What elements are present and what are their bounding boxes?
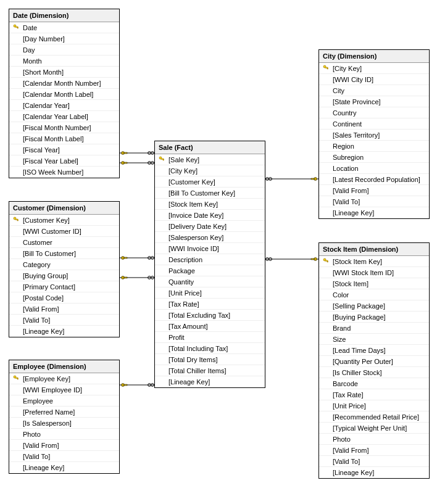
table-row[interactable]: [Fiscal Month Number] bbox=[9, 122, 119, 133]
table-row[interactable]: [Valid From] bbox=[319, 445, 429, 456]
table-row[interactable]: [City Key] bbox=[155, 165, 265, 176]
table-row[interactable]: Continent bbox=[319, 118, 429, 130]
table-row[interactable]: [City Key] bbox=[319, 63, 429, 74]
table-row[interactable]: Color bbox=[319, 289, 429, 300]
table-row[interactable]: Date bbox=[9, 22, 119, 33]
column-name: [Unit Price] bbox=[166, 289, 202, 297]
table-row[interactable]: [Quantity Per Outer] bbox=[319, 356, 429, 367]
table-row[interactable]: [Valid To] bbox=[319, 456, 429, 467]
table-row[interactable]: [WWI Employee ID] bbox=[9, 384, 119, 395]
table-row[interactable]: [Lineage Key] bbox=[319, 207, 429, 218]
table-row[interactable]: [Total Excluding Tax] bbox=[155, 310, 265, 321]
table-row[interactable]: [Valid From] bbox=[9, 304, 119, 315]
table-row[interactable]: [Lineage Key] bbox=[9, 326, 119, 337]
table-row[interactable]: [Buying Package] bbox=[319, 312, 429, 323]
table-row[interactable]: [Calendar Year Label] bbox=[9, 111, 119, 122]
table-row[interactable]: [Calendar Month Label] bbox=[9, 89, 119, 100]
table-row[interactable]: [Day Number] bbox=[9, 33, 119, 44]
table-row[interactable]: [Unit Price] bbox=[155, 287, 265, 299]
column-name: [WWI Stock Item ID] bbox=[330, 269, 394, 276]
table-row[interactable]: Size bbox=[319, 334, 429, 345]
table-row[interactable]: [Is Chiller Stock] bbox=[319, 367, 429, 378]
table-row[interactable]: [Bill To Customer Key] bbox=[155, 188, 265, 199]
table-row[interactable]: [Fiscal Year] bbox=[9, 144, 119, 155]
table-row[interactable]: [Sale Key] bbox=[155, 154, 265, 165]
table-row[interactable]: [Fiscal Year Label] bbox=[9, 155, 119, 167]
table-row[interactable]: [Sales Territory] bbox=[319, 130, 429, 141]
table-row[interactable]: [Stock Item] bbox=[319, 278, 429, 289]
table-city[interactable]: City (Dimension)[City Key][WWI City ID]C… bbox=[318, 49, 430, 219]
table-row[interactable]: Region bbox=[319, 141, 429, 152]
table-row[interactable]: Location bbox=[319, 163, 429, 174]
table-row[interactable]: [ISO Week Number] bbox=[9, 167, 119, 178]
table-row[interactable]: [Lineage Key] bbox=[319, 467, 429, 478]
table-row[interactable]: [WWI Stock Item ID] bbox=[319, 267, 429, 278]
table-row[interactable]: [Selling Package] bbox=[319, 300, 429, 312]
table-row[interactable]: Day bbox=[9, 44, 119, 56]
table-row[interactable]: Photo bbox=[9, 429, 119, 440]
table-row[interactable]: [Tax Rate] bbox=[155, 299, 265, 310]
table-row[interactable]: [Unit Price] bbox=[319, 400, 429, 411]
column-name: Photo bbox=[330, 436, 351, 443]
table-row[interactable]: [Valid To] bbox=[9, 451, 119, 462]
table-row[interactable]: [Is Salesperson] bbox=[9, 418, 119, 429]
table-row[interactable]: [Typical Weight Per Unit] bbox=[319, 423, 429, 434]
table-row[interactable]: [Primary Contact] bbox=[9, 281, 119, 292]
table-row[interactable]: [Invoice Date Key] bbox=[155, 210, 265, 221]
table-row[interactable]: Country bbox=[319, 107, 429, 118]
table-row[interactable]: Brand bbox=[319, 323, 429, 334]
column-name: Profit bbox=[166, 334, 185, 341]
column-name: [Employee Key] bbox=[20, 375, 70, 382]
table-row[interactable]: Month bbox=[9, 56, 119, 67]
table-row[interactable]: [Tax Rate] bbox=[319, 389, 429, 400]
table-row[interactable]: [Total Chiller Items] bbox=[155, 365, 265, 376]
table-row[interactable]: [WWI City ID] bbox=[319, 74, 429, 85]
table-row[interactable]: [Lineage Key] bbox=[155, 376, 265, 387]
table-row[interactable]: [State Province] bbox=[319, 96, 429, 107]
table-row[interactable]: [Customer Key] bbox=[155, 176, 265, 188]
table-row[interactable]: [Total Dry Items] bbox=[155, 354, 265, 365]
table-row[interactable]: [Stock Item Key] bbox=[155, 199, 265, 210]
table-row[interactable]: Photo bbox=[319, 434, 429, 445]
table-row[interactable]: [WWI Invoice ID] bbox=[155, 243, 265, 254]
table-row[interactable]: [Latest Recorded Population] bbox=[319, 174, 429, 185]
table-row[interactable]: [Calendar Month Number] bbox=[9, 78, 119, 89]
table-row[interactable]: [Recommended Retail Price] bbox=[319, 411, 429, 423]
table-date[interactable]: Date (Dimension)Date[Day Number]DayMonth… bbox=[9, 9, 120, 178]
table-row[interactable]: [Buying Group] bbox=[9, 270, 119, 281]
table-row[interactable]: Quantity bbox=[155, 276, 265, 287]
table-row[interactable]: [Preferred Name] bbox=[9, 407, 119, 418]
table-sale[interactable]: Sale (Fact)[Sale Key][City Key][Customer… bbox=[154, 141, 265, 388]
table-row[interactable]: [Employee Key] bbox=[9, 373, 119, 384]
table-row[interactable]: [Customer Key] bbox=[9, 215, 119, 226]
table-row[interactable]: City bbox=[319, 85, 429, 96]
table-row[interactable]: [Fiscal Month Label] bbox=[9, 133, 119, 144]
table-row[interactable]: [Short Month] bbox=[9, 67, 119, 78]
table-row[interactable]: [Postal Code] bbox=[9, 292, 119, 304]
table-row[interactable]: Package bbox=[155, 265, 265, 276]
table-row[interactable]: [Total Including Tax] bbox=[155, 343, 265, 354]
table-row[interactable]: [Calendar Year] bbox=[9, 100, 119, 111]
table-row[interactable]: Barcode bbox=[319, 378, 429, 389]
table-employee[interactable]: Employee (Dimension)[Employee Key][WWI E… bbox=[9, 360, 120, 474]
table-row[interactable]: [Salesperson Key] bbox=[155, 232, 265, 243]
table-row[interactable]: Profit bbox=[155, 332, 265, 343]
table-row[interactable]: Category bbox=[9, 259, 119, 270]
table-row[interactable]: [Lineage Key] bbox=[9, 462, 119, 473]
table-row[interactable]: [Lead Time Days] bbox=[319, 345, 429, 356]
table-row[interactable]: [Valid To] bbox=[319, 196, 429, 207]
table-customer[interactable]: Customer (Dimension)[Customer Key][WWI C… bbox=[9, 201, 120, 337]
table-row[interactable]: [Valid From] bbox=[319, 185, 429, 196]
table-row[interactable]: [Bill To Customer] bbox=[9, 248, 119, 259]
table-row[interactable]: [Valid From] bbox=[9, 440, 119, 451]
table-row[interactable]: Employee bbox=[9, 395, 119, 407]
table-row[interactable]: [Tax Amount] bbox=[155, 321, 265, 332]
table-row[interactable]: [Delivery Date Key] bbox=[155, 221, 265, 232]
table-row[interactable]: [WWI Customer ID] bbox=[9, 226, 119, 237]
table-stock[interactable]: Stock Item (Dimension)[Stock Item Key][W… bbox=[318, 242, 430, 479]
table-row[interactable]: Subregion bbox=[319, 152, 429, 163]
table-row[interactable]: Customer bbox=[9, 237, 119, 248]
table-row[interactable]: [Stock Item Key] bbox=[319, 256, 429, 267]
table-row[interactable]: [Valid To] bbox=[9, 315, 119, 326]
table-row[interactable]: Description bbox=[155, 254, 265, 265]
